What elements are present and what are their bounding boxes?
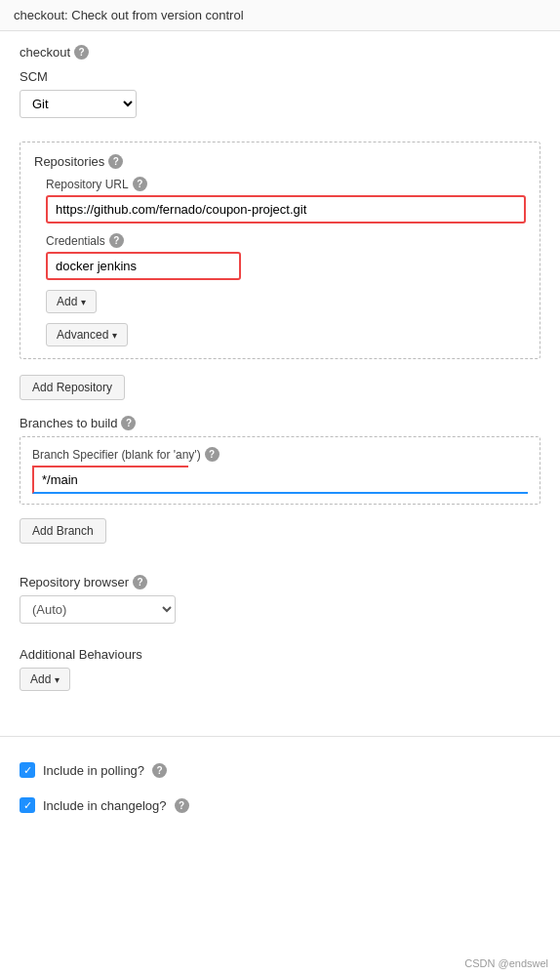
credentials-label-row: Credentials ? bbox=[46, 233, 526, 248]
additional-behaviours-section: Additional Behaviours Add ▾ bbox=[20, 647, 540, 691]
include-changelog-help-icon[interactable]: ? bbox=[175, 798, 189, 813]
branches-section: Branches to build ? Branch Specifier (bl… bbox=[20, 416, 540, 559]
page-title: checkout: Check out from version control bbox=[14, 8, 244, 22]
advanced-button[interactable]: Advanced ▾ bbox=[46, 323, 128, 346]
additional-behaviours-label: Additional Behaviours bbox=[20, 647, 540, 662]
advanced-row: Advanced ▾ bbox=[46, 323, 526, 346]
branches-help-icon[interactable]: ? bbox=[121, 416, 136, 430]
branch-specifier-help-icon[interactable]: ? bbox=[205, 447, 220, 462]
page-title-bar: checkout: Check out from version control bbox=[0, 0, 560, 31]
branch-specifier-label: Branch Specifier (blank for 'any') bbox=[32, 448, 201, 462]
checkout-label: checkout bbox=[20, 45, 70, 60]
credentials-label: Credentials bbox=[46, 234, 105, 248]
credentials-help-icon[interactable]: ? bbox=[109, 233, 124, 248]
checkout-help-icon[interactable]: ? bbox=[74, 45, 89, 60]
credentials-input[interactable] bbox=[46, 252, 241, 280]
credentials-group: Credentials ? bbox=[46, 233, 526, 280]
add-credentials-row: Add ▾ bbox=[46, 290, 526, 313]
add-behaviour-chevron: ▾ bbox=[55, 674, 60, 685]
repositories-section: Repositories ? Repository URL ? Credenti… bbox=[20, 142, 540, 359]
add-credentials-chevron: ▾ bbox=[81, 297, 86, 307]
repositories-help-icon[interactable]: ? bbox=[108, 154, 123, 169]
branch-line-right bbox=[188, 466, 528, 494]
repositories-label: Repositories bbox=[34, 154, 104, 169]
repo-url-label: Repository URL bbox=[46, 178, 129, 191]
add-credentials-button[interactable]: Add ▾ bbox=[46, 290, 97, 313]
include-polling-checkbox[interactable]: ✓ bbox=[20, 762, 35, 778]
repo-url-group: Repository URL ? bbox=[46, 177, 526, 223]
advanced-chevron: ▾ bbox=[112, 330, 117, 341]
branch-specifier-section: Branch Specifier (blank for 'any') ? bbox=[20, 436, 540, 505]
advanced-label: Advanced bbox=[57, 328, 108, 342]
repo-browser-select[interactable]: (Auto) bbox=[20, 595, 176, 624]
branches-label: Branches to build bbox=[20, 416, 117, 430]
include-changelog-row: ✓ Include in changelog? ? bbox=[0, 788, 560, 823]
checkout-label-row: checkout ? bbox=[20, 45, 540, 60]
footer-text: CSDN @endswel bbox=[464, 957, 548, 969]
repo-browser-help-icon[interactable]: ? bbox=[133, 575, 147, 589]
include-changelog-checkbox[interactable]: ✓ bbox=[20, 797, 35, 813]
add-branch-label: Add Branch bbox=[32, 524, 94, 538]
include-polling-label: Include in polling? bbox=[43, 763, 144, 778]
add-repository-button[interactable]: Add Repository bbox=[20, 375, 125, 400]
scm-label: SCM bbox=[20, 69, 540, 84]
branch-specifier-wrapper bbox=[32, 466, 528, 494]
repositories-label-row: Repositories ? bbox=[34, 154, 526, 169]
branch-specifier-label-row: Branch Specifier (blank for 'any') ? bbox=[32, 447, 528, 462]
include-polling-row: ✓ Include in polling? ? bbox=[0, 752, 560, 788]
branch-specifier-input[interactable] bbox=[32, 466, 188, 494]
section-divider bbox=[0, 736, 560, 737]
repo-url-input[interactable] bbox=[46, 195, 526, 223]
add-behaviour-label: Add bbox=[30, 672, 51, 686]
scm-group: SCM Git bbox=[20, 69, 540, 132]
repo-browser-label: Repository browser bbox=[20, 575, 129, 589]
branches-label-row: Branches to build ? bbox=[20, 416, 540, 430]
checkout-group: checkout ? bbox=[20, 45, 540, 60]
add-credentials-label: Add bbox=[57, 295, 77, 308]
repo-url-label-row: Repository URL ? bbox=[46, 177, 526, 191]
include-polling-help-icon[interactable]: ? bbox=[152, 763, 167, 778]
repo-url-help-icon[interactable]: ? bbox=[133, 177, 147, 191]
repo-browser-label-row: Repository browser ? bbox=[20, 575, 540, 589]
include-changelog-check-icon: ✓ bbox=[23, 799, 32, 812]
add-behaviour-button[interactable]: Add ▾ bbox=[20, 668, 70, 691]
add-branch-button[interactable]: Add Branch bbox=[20, 518, 106, 544]
include-polling-check-icon: ✓ bbox=[23, 764, 32, 777]
include-changelog-label: Include in changelog? bbox=[43, 798, 167, 813]
add-repository-label: Add Repository bbox=[32, 381, 112, 394]
repo-browser-group: Repository browser ? (Auto) bbox=[20, 575, 540, 637]
main-content: checkout ? SCM Git Repositories ? Reposi… bbox=[0, 31, 560, 720]
scm-select[interactable]: Git bbox=[20, 90, 137, 118]
